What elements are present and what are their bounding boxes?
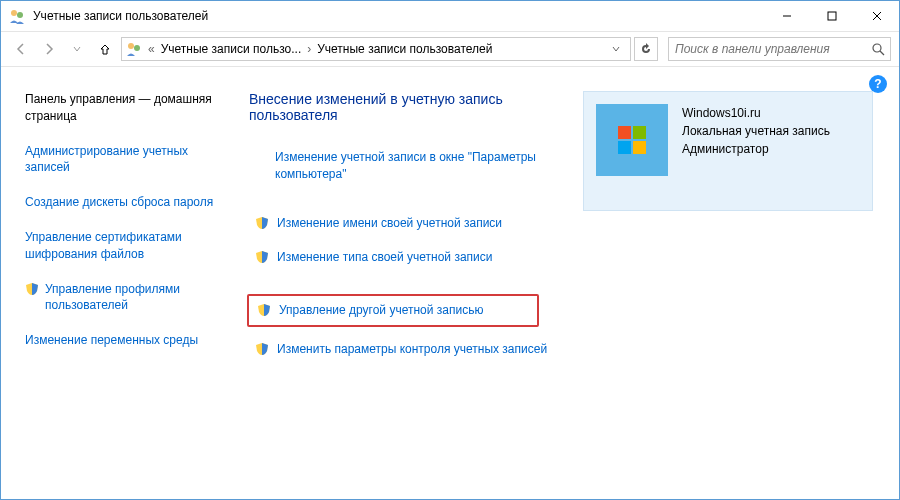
avatar — [596, 104, 668, 176]
svg-rect-10 — [618, 126, 631, 139]
svg-rect-11 — [633, 126, 646, 139]
sidebar-link-admin-accounts[interactable]: Администрирование учетных записей — [25, 143, 229, 177]
search-icon[interactable] — [866, 37, 890, 61]
svg-rect-3 — [828, 12, 836, 20]
recent-dropdown[interactable] — [65, 37, 89, 61]
svg-point-6 — [128, 43, 134, 49]
svg-point-8 — [873, 44, 881, 52]
up-button[interactable] — [93, 37, 117, 61]
sidebar-link-password-reset-disk[interactable]: Создание дискеты сброса пароля — [25, 194, 229, 211]
highlighted-action: Управление другой учетной записью — [247, 294, 539, 327]
address-bar[interactable]: « Учетные записи пользо... › Учетные зап… — [121, 37, 631, 61]
window-title: Учетные записи пользователей — [33, 9, 764, 23]
minimize-button[interactable] — [764, 1, 809, 31]
breadcrumb-2[interactable]: Учетные записи пользователей — [317, 42, 492, 56]
address-dropdown[interactable] — [606, 44, 626, 54]
svg-point-7 — [134, 45, 140, 51]
svg-point-1 — [17, 12, 23, 18]
user-name: Windows10i.ru — [682, 104, 830, 122]
user-card: Windows10i.ru Локальная учетная запись А… — [583, 91, 873, 211]
titlebar: Учетные записи пользователей — [1, 1, 899, 31]
link-manage-another-account[interactable]: Управление другой учетной записью — [279, 302, 483, 319]
close-button[interactable] — [854, 1, 899, 31]
shield-icon — [255, 250, 269, 264]
link-change-account-name[interactable]: Изменение имени своей учетной записи — [277, 215, 502, 232]
chevron-right-icon[interactable]: › — [305, 42, 313, 56]
maximize-button[interactable] — [809, 1, 854, 31]
svg-rect-12 — [618, 141, 631, 154]
control-panel-home-link[interactable]: Панель управления — домашняя страница — [25, 91, 229, 125]
location-icon — [126, 41, 142, 57]
svg-rect-13 — [633, 141, 646, 154]
link-change-account-type[interactable]: Изменение типа своей учетной записи — [277, 249, 492, 266]
user-account-type: Локальная учетная запись — [682, 122, 830, 140]
svg-point-0 — [11, 10, 17, 16]
sidebar-link-encryption-certs[interactable]: Управление сертификатами шифрования файл… — [25, 229, 229, 263]
sidebar-link-env-vars[interactable]: Изменение переменных среды — [25, 332, 229, 349]
back-button[interactable] — [9, 37, 33, 61]
link-change-in-pc-settings[interactable]: Изменение учетной записи в окне "Парамет… — [275, 149, 553, 183]
sidebar: Панель управления — домашняя страница Ад… — [1, 67, 241, 499]
main-content: Внесение изменений в учетную запись поль… — [241, 67, 899, 499]
windows-logo-icon — [614, 122, 650, 158]
refresh-button[interactable] — [634, 37, 658, 61]
search-box[interactable] — [668, 37, 891, 61]
user-accounts-icon — [9, 8, 25, 24]
page-title: Внесение изменений в учетную запись поль… — [249, 91, 559, 123]
shield-icon — [25, 282, 39, 296]
navbar: « Учетные записи пользо... › Учетные зап… — [1, 31, 899, 67]
forward-button[interactable] — [37, 37, 61, 61]
link-change-uac-settings[interactable]: Изменить параметры контроля учетных запи… — [277, 341, 547, 358]
user-role: Администратор — [682, 140, 830, 158]
shield-icon — [255, 342, 269, 356]
svg-line-9 — [880, 51, 884, 55]
sidebar-link-user-profiles[interactable]: Управление профилями пользователей — [45, 281, 229, 315]
shield-icon — [257, 303, 271, 317]
help-icon[interactable]: ? — [869, 75, 887, 93]
breadcrumb-1[interactable]: Учетные записи пользо... — [161, 42, 302, 56]
shield-icon — [255, 216, 269, 230]
search-input[interactable] — [669, 42, 866, 56]
breadcrumb-sep: « — [146, 42, 157, 56]
